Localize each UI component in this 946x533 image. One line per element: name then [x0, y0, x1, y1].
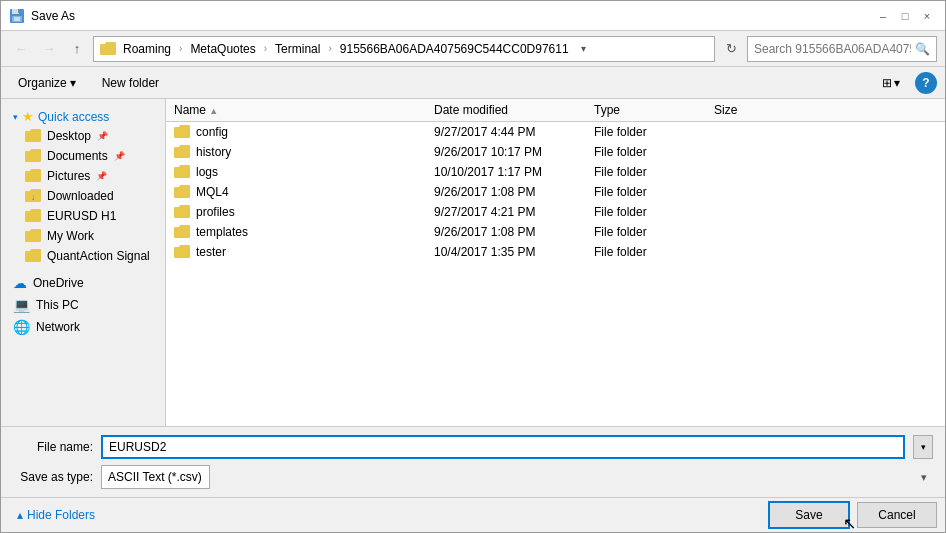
- sidebar-item-downloaded[interactable]: ↓ Downloaded: [1, 186, 165, 206]
- view-button[interactable]: ⊞ ▾: [875, 71, 907, 95]
- sidebar-item-onedrive[interactable]: ☁ OneDrive: [1, 272, 165, 294]
- header-date[interactable]: Date modified: [434, 103, 594, 117]
- save-button[interactable]: Save ↖: [769, 502, 849, 528]
- up-button[interactable]: ↑: [65, 37, 89, 61]
- address-folder-icon: [100, 42, 116, 56]
- save-as-type-label: Save as type:: [13, 470, 93, 484]
- svg-rect-4: [14, 17, 20, 21]
- svg-rect-2: [18, 9, 19, 13]
- crumb-terminal[interactable]: Terminal: [272, 41, 323, 57]
- table-row[interactable]: templates 9/26/2017 1:08 PM File folder: [166, 222, 945, 242]
- pin-icon-desktop: 📌: [97, 131, 108, 141]
- sidebar-item-documents[interactable]: Documents 📌: [1, 146, 165, 166]
- sidebar-item-documents-label: Documents: [47, 149, 108, 163]
- search-icon: 🔍: [915, 42, 930, 56]
- desktop-folder-icon: [25, 129, 41, 143]
- file-name-label: File name:: [13, 440, 93, 454]
- sidebar-item-mywork[interactable]: My Work: [1, 226, 165, 246]
- row-name: MQL4: [196, 185, 229, 199]
- close-button[interactable]: ×: [917, 6, 937, 26]
- row-date: 10/4/2017 1:35 PM: [434, 245, 594, 259]
- sidebar-item-eurusd-label: EURUSD H1: [47, 209, 116, 223]
- help-button[interactable]: ?: [915, 72, 937, 94]
- row-folder-icon: [174, 205, 190, 219]
- cursor-icon: ↖: [843, 514, 856, 533]
- organize-button[interactable]: Organize ▾: [9, 71, 85, 95]
- refresh-button[interactable]: ↻: [719, 37, 743, 61]
- table-row[interactable]: tester 10/4/2017 1:35 PM File folder: [166, 242, 945, 262]
- bottom-buttons: ▴ Hide Folders Save ↖ Cancel: [1, 497, 945, 532]
- row-folder-icon: [174, 245, 190, 259]
- file-name-input[interactable]: [101, 435, 905, 459]
- save-as-type-row: Save as type: ASCII Text (*.csv): [13, 465, 933, 489]
- table-row[interactable]: history 9/26/2017 10:17 PM File folder: [166, 142, 945, 162]
- header-size-label: Size: [714, 103, 737, 117]
- header-name[interactable]: Name ▲: [174, 103, 434, 117]
- crumb-arrow-2: ›: [261, 42, 270, 55]
- sidebar-item-eurusd[interactable]: EURUSD H1: [1, 206, 165, 226]
- crumb-roaming[interactable]: Roaming: [120, 41, 174, 57]
- address-toolbar: ← → ↑ Roaming › MetaQuotes › Terminal › …: [1, 31, 945, 67]
- row-type: File folder: [594, 205, 714, 219]
- row-type: File folder: [594, 245, 714, 259]
- sidebar-item-mywork-label: My Work: [47, 229, 94, 243]
- sidebar-onedrive-label: OneDrive: [33, 276, 84, 290]
- svg-rect-1: [12, 9, 19, 14]
- maximize-button[interactable]: □: [895, 6, 915, 26]
- sidebar-section-quick-access[interactable]: ▾ ★ Quick access: [1, 103, 165, 126]
- crumb-id[interactable]: 915566BA06ADA407569C544CC0D97611: [337, 41, 572, 57]
- forward-button[interactable]: →: [37, 37, 61, 61]
- cancel-button[interactable]: Cancel: [857, 502, 937, 528]
- title-bar-text: Save As: [31, 9, 75, 23]
- back-button[interactable]: ←: [9, 37, 33, 61]
- header-date-label: Date modified: [434, 103, 508, 117]
- search-input[interactable]: [754, 42, 911, 56]
- main-content: ▾ ★ Quick access Desktop 📌 Documents 📌: [1, 99, 945, 426]
- save-as-type-select[interactable]: ASCII Text (*.csv): [101, 465, 210, 489]
- sidebar-item-network[interactable]: 🌐 Network: [1, 316, 165, 338]
- file-list-header[interactable]: Name ▲ Date modified Type Size: [166, 99, 945, 122]
- row-name: config: [196, 125, 228, 139]
- quick-access-star-icon: ★: [22, 109, 34, 124]
- row-type: File folder: [594, 165, 714, 179]
- row-name: tester: [196, 245, 226, 259]
- row-folder-icon: [174, 145, 190, 159]
- hide-folders-label: Hide Folders: [27, 508, 95, 522]
- table-row[interactable]: MQL4 9/26/2017 1:08 PM File folder: [166, 182, 945, 202]
- minimize-button[interactable]: –: [873, 6, 893, 26]
- hide-folders-arrow-icon: ▴: [17, 508, 23, 522]
- header-type[interactable]: Type: [594, 103, 714, 117]
- sidebar-item-pictures[interactable]: Pictures 📌: [1, 166, 165, 186]
- sidebar-network-label: Network: [36, 320, 80, 334]
- address-dropdown-button[interactable]: ▾: [576, 37, 592, 61]
- row-type: File folder: [594, 185, 714, 199]
- table-row[interactable]: config 9/27/2017 4:44 PM File folder: [166, 122, 945, 142]
- network-icon: 🌐: [13, 319, 30, 335]
- row-name: templates: [196, 225, 248, 239]
- table-row[interactable]: logs 10/10/2017 1:17 PM File folder: [166, 162, 945, 182]
- pictures-folder-icon: [25, 169, 41, 183]
- header-name-label: Name: [174, 103, 206, 117]
- row-date: 9/27/2017 4:21 PM: [434, 205, 594, 219]
- row-folder-icon: [174, 225, 190, 239]
- sidebar-item-desktop[interactable]: Desktop 📌: [1, 126, 165, 146]
- row-folder-icon: [174, 125, 190, 139]
- quantaction-folder-icon: [25, 249, 41, 263]
- title-bar: Save As – □ ×: [1, 1, 945, 31]
- crumb-arrow-1: ›: [176, 42, 185, 55]
- header-size[interactable]: Size: [714, 103, 794, 117]
- sidebar-item-quantaction[interactable]: QuantAction Signal: [1, 246, 165, 266]
- file-name-dropdown-button[interactable]: ▾: [913, 435, 933, 459]
- organize-arrow-icon: ▾: [70, 76, 76, 90]
- bottom-bar: File name: ▾ Save as type: ASCII Text (*…: [1, 426, 945, 497]
- table-row[interactable]: profiles 9/27/2017 4:21 PM File folder: [166, 202, 945, 222]
- row-folder-icon: [174, 165, 190, 179]
- crumb-metaquotes[interactable]: MetaQuotes: [187, 41, 258, 57]
- new-folder-button[interactable]: New folder: [93, 71, 168, 95]
- address-crumb: Roaming › MetaQuotes › Terminal › 915566…: [120, 41, 572, 57]
- organize-label: Organize: [18, 76, 67, 90]
- svg-text:↓: ↓: [31, 193, 35, 202]
- sidebar-item-thispc[interactable]: 💻 This PC: [1, 294, 165, 316]
- file-list: Name ▲ Date modified Type Size config: [166, 99, 945, 426]
- hide-folders-toggle[interactable]: ▴ Hide Folders: [9, 504, 103, 526]
